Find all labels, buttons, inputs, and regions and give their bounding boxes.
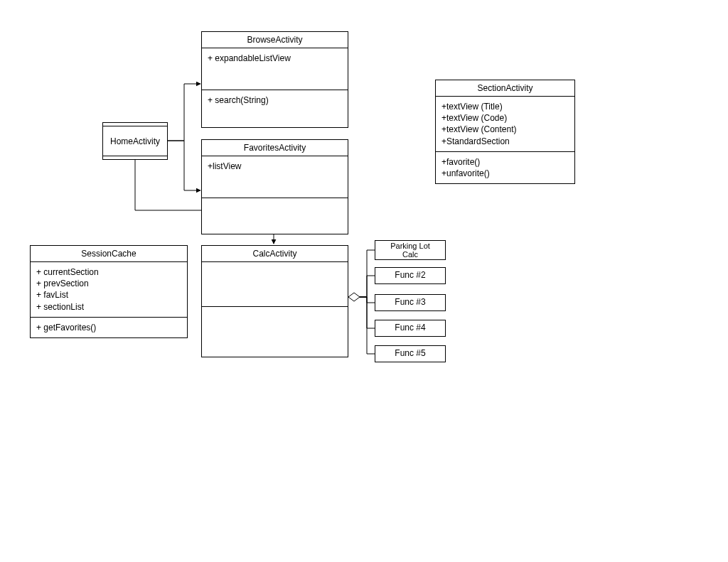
session-cache-attr-1: + currentSection bbox=[36, 266, 181, 278]
section-activity-attr-3: +textView (Content) bbox=[441, 124, 569, 135]
home-activity-node: HomeActivity bbox=[102, 122, 168, 160]
func1-line1: Parking Lot bbox=[390, 242, 430, 250]
browse-attr-1: + expandableListView bbox=[208, 53, 342, 64]
func1-line2: Calc bbox=[402, 250, 418, 259]
favorites-title: FavoritesActivity bbox=[202, 140, 348, 156]
section-activity-method-1: +favorite() bbox=[441, 156, 569, 168]
calc-activity-methods bbox=[202, 307, 348, 357]
func-3: Func #3 bbox=[375, 294, 446, 311]
session-cache-node: SessionCache + currentSection + prevSect… bbox=[30, 245, 188, 338]
func-parking-lot-calc: Parking Lot Calc bbox=[375, 240, 446, 260]
session-cache-attr-4: + sectionList bbox=[36, 301, 181, 313]
browse-activity-attributes: + expandableListView bbox=[202, 48, 348, 90]
func-2: Func #2 bbox=[375, 267, 446, 284]
section-activity-method-2: +unfavorite() bbox=[441, 168, 569, 179]
browse-activity-node: BrowseActivity + expandableListView + se… bbox=[201, 31, 348, 128]
section-activity-attr-2: +textView (Code) bbox=[441, 112, 569, 124]
calc-activity-attributes bbox=[202, 262, 348, 307]
svg-marker-0 bbox=[348, 293, 360, 301]
section-activity-attr-1: +textView (Title) bbox=[441, 101, 569, 112]
session-cache-attr-2: + prevSection bbox=[36, 278, 181, 289]
diagram-canvas: HomeActivity BrowseActivity + expandable… bbox=[0, 0, 728, 562]
section-activity-attr-4: +StandardSection bbox=[441, 136, 569, 147]
session-cache-title: SessionCache bbox=[31, 246, 187, 262]
session-cache-method-1: + getFavorites() bbox=[36, 322, 181, 333]
func-4: Func #4 bbox=[375, 320, 446, 337]
section-activity-node: SectionActivity +textView (Title) +textV… bbox=[435, 80, 575, 184]
session-cache-attributes: + currentSection + prevSection + favList… bbox=[31, 262, 187, 318]
section-activity-methods: +favorite() +unfavorite() bbox=[436, 152, 574, 183]
session-cache-attr-3: + favList bbox=[36, 289, 181, 301]
section-activity-attributes: +textView (Title) +textView (Code) +text… bbox=[436, 97, 574, 152]
browse-method-1: + search(String) bbox=[208, 94, 342, 106]
session-cache-methods: + getFavorites() bbox=[31, 318, 187, 337]
calc-activity-node: CalcActivity bbox=[201, 245, 348, 357]
favorites-methods bbox=[202, 198, 348, 234]
favorites-attributes: +listView bbox=[202, 156, 348, 198]
section-activity-title: SectionActivity bbox=[436, 80, 574, 97]
browse-activity-title: BrowseActivity bbox=[202, 32, 348, 48]
home-activity-title: HomeActivity bbox=[102, 126, 168, 156]
browse-activity-methods: + search(String) bbox=[202, 90, 348, 127]
favorites-activity-node: FavoritesActivity +listView bbox=[201, 139, 348, 234]
favorites-attr-1: +listView bbox=[208, 161, 342, 172]
calc-activity-title: CalcActivity bbox=[202, 246, 348, 262]
func-5: Func #5 bbox=[375, 345, 446, 362]
